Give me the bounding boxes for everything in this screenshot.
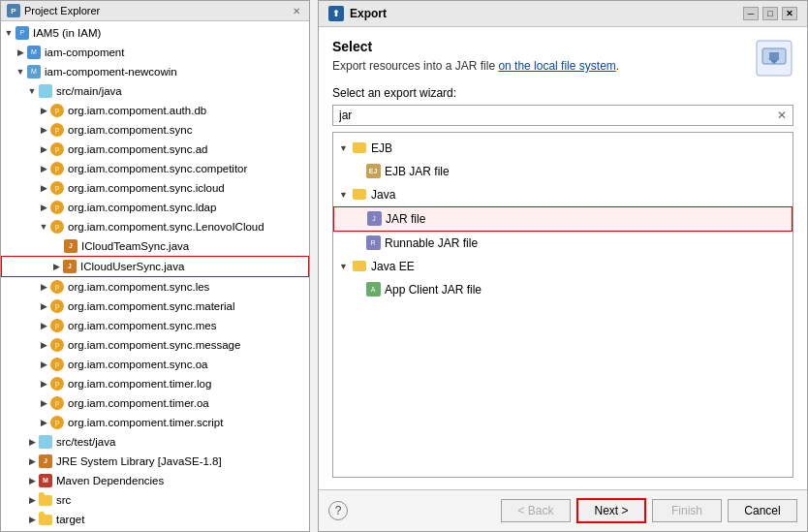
tree-item-sync-oa[interactable]: ▶ p org.iam.compoment.sync.oa: [1, 355, 309, 374]
icon-app-client-jar: A: [364, 282, 382, 297]
arrow-src-main: ▼: [26, 85, 38, 97]
icon-runnable-jar: R: [364, 235, 382, 251]
icon-iam-newcowin: M: [26, 64, 42, 79]
tree-item-sync-les[interactable]: ▶ p org.iam.compoment.sync.les: [1, 277, 309, 297]
icon-auth-db: p: [49, 103, 65, 118]
tree-item-iam-newcowin[interactable]: ▼ M iam-compoment-newcowin: [1, 62, 309, 81]
wizard-label: Select an export wizard:: [332, 86, 793, 100]
icon-sync-les: p: [49, 279, 65, 295]
tree-item-target[interactable]: ▶ target: [1, 510, 309, 529]
cancel-button[interactable]: Cancel: [728, 499, 797, 522]
tree-item-sync-mes[interactable]: ▶ p org.iam.compoment.sync.mes: [1, 316, 309, 335]
label-iam-compoment: iam-compoment: [45, 44, 124, 61]
arrow-iam-newcowin: ▼: [15, 66, 26, 78]
arrow-javaee-folder: ▼: [339, 257, 351, 276]
section-desc: Export resources into a JAR file on the …: [332, 58, 755, 75]
icon-sync-material: p: [49, 298, 65, 314]
arrow-sync-les: ▶: [38, 281, 49, 293]
wiz-item-app-client-jar[interactable]: A App Client JAR file: [333, 278, 792, 301]
search-input[interactable]: [333, 106, 771, 125]
arrow-src-folder: ▶: [26, 494, 38, 506]
finish-button[interactable]: Finish: [652, 499, 722, 522]
tree-item-src-main-java[interactable]: ▼ src/main/java: [1, 81, 309, 101]
icon-sync-ad: p: [49, 141, 65, 157]
label-ejb: EJB: [371, 139, 392, 158]
tree-item-sync-ldap[interactable]: ▶ p org.iam.compoment.sync.ldap: [1, 198, 309, 217]
wiz-item-ejb[interactable]: ▼ EJB: [333, 137, 792, 160]
dialog-titlebar: ⬆ Export ─ □ ✕: [319, 1, 807, 27]
close-button[interactable]: ✕: [782, 7, 797, 20]
project-tree: ▼ P IAM5 (in IAM) ▶ M iam-compoment ▼ M …: [1, 21, 309, 531]
icon-src-main: [38, 83, 53, 99]
wiz-item-runnable-jar[interactable]: R Runnable JAR file: [333, 232, 792, 255]
wiz-item-jar-file[interactable]: J JAR file: [333, 206, 792, 232]
tree-item-auth-db[interactable]: ▶ p org.iam.compoment.auth.db: [1, 101, 309, 120]
arrow-sync: ▶: [38, 124, 49, 136]
tree-item-sync-lenovo[interactable]: ▼ p org.iam.compoment.sync.LenovoICloud: [1, 217, 309, 236]
search-clear-button[interactable]: ✕: [771, 107, 792, 124]
minimize-button[interactable]: ─: [743, 7, 759, 20]
arrow-sync-lenovo: ▼: [38, 221, 49, 233]
label-sync-material: org.iam.compoment.sync.material: [68, 297, 235, 315]
arrow-sync-ad: ▶: [38, 143, 49, 155]
wiz-item-ejb-jar[interactable]: EJ EJB JAR file: [333, 160, 792, 183]
label-sync-icloud: org.iam.compoment.sync.icloud: [68, 179, 225, 197]
dialog-footer: ? < Back Next > Finish Cancel: [319, 489, 807, 531]
label-sync-oa: org.iam.compoment.sync.oa: [68, 356, 207, 373]
label-src-folder: src: [56, 491, 71, 509]
tree-item-sync-message[interactable]: ▶ p org.iam.compoment.sync.message: [1, 335, 309, 355]
export-icon: [755, 39, 793, 78]
label-src-test: src/test/java: [56, 433, 115, 451]
maximize-button[interactable]: □: [762, 7, 778, 20]
label-jar-file: JAR file: [386, 209, 425, 229]
dialog-title-text: Export: [350, 7, 737, 20]
project-explorer-close[interactable]: ✕: [290, 5, 303, 17]
arrow-sync-message: ▶: [38, 339, 49, 351]
tree-item-icloudteam[interactable]: J ICloudTeamSync.java: [1, 236, 309, 256]
next-button[interactable]: Next >: [576, 498, 646, 523]
tree-item-sync-material[interactable]: ▶ p org.iam.compoment.sync.material: [1, 297, 309, 316]
tree-item-iclouduser[interactable]: ▶ J ICloudUserSync.java: [1, 256, 309, 277]
icon-sync-competitor: p: [49, 161, 65, 176]
section-title: Select: [332, 39, 755, 54]
icon-timer-log: p: [49, 376, 65, 391]
label-src-main: src/main/java: [56, 82, 122, 100]
tree-item-timer-log[interactable]: ▶ p org.iam.compoment.timer.log: [1, 374, 309, 393]
dialog-body: Select Export resources into a JAR file …: [319, 27, 807, 489]
label-timer-oa: org.iam.compoment.timer.oa: [68, 394, 209, 412]
back-button[interactable]: < Back: [501, 499, 571, 522]
tree-item-iam-compoment[interactable]: ▶ M iam-compoment: [1, 43, 309, 62]
icon-target: [38, 512, 53, 527]
tree-item-sync-icloud[interactable]: ▶ p org.iam.compoment.sync.icloud: [1, 178, 309, 198]
help-button[interactable]: ?: [328, 501, 348, 520]
icon-icloudteam: J: [63, 238, 78, 254]
label-sync-ad: org.iam.compoment.sync.ad: [68, 141, 207, 158]
tree-item-timer-script[interactable]: ▶ p org.iam.compoment.timer.script: [1, 413, 309, 432]
tree-item-iam5[interactable]: ▼ P IAM5 (in IAM): [1, 23, 309, 43]
icon-timer-script: p: [49, 415, 65, 430]
icon-sync-oa: p: [49, 357, 65, 372]
tree-item-jre-lib[interactable]: ▶ J JRE System Library [JavaSE-1.8]: [1, 452, 309, 471]
icon-java-folder: [351, 187, 368, 203]
wiz-item-javaee-folder[interactable]: ▼ Java EE: [333, 255, 792, 278]
arrow-sync-mes: ▶: [38, 320, 49, 331]
tree-item-sync[interactable]: ▶ p org.iam.compoment.sync: [1, 120, 309, 140]
tree-item-src-folder[interactable]: ▶ src: [1, 490, 309, 510]
icon-maven-deps: M: [38, 473, 53, 488]
arrow-sync-oa: ▶: [38, 359, 49, 370]
wiz-item-java-folder[interactable]: ▼ Java: [333, 183, 792, 206]
label-icloudteam: ICloudTeamSync.java: [81, 237, 189, 255]
arrow-sync-material: ▶: [38, 300, 49, 312]
label-target: target: [56, 511, 84, 528]
tree-item-sync-competitor[interactable]: ▶ p org.iam.compoment.sync.competitor: [1, 159, 309, 178]
tree-item-timer-oa[interactable]: ▶ p org.iam.compoment.timer.oa: [1, 393, 309, 413]
icon-iam-compoment: M: [26, 45, 42, 60]
arrow-java-folder: ▼: [339, 185, 351, 204]
tree-item-src-test[interactable]: ▶ src/test/java: [1, 432, 309, 452]
tree-item-maven-deps[interactable]: ▶ M Maven Dependencies: [1, 471, 309, 490]
tree-item-sync-ad[interactable]: ▶ p org.iam.compoment.sync.ad: [1, 140, 309, 159]
arrow-ejb: ▼: [339, 139, 351, 158]
local-filesystem-link[interactable]: on the local file system: [498, 59, 615, 73]
label-sync-lenovo: org.iam.compoment.sync.LenovoICloud: [68, 218, 264, 235]
label-iam5: IAM5 (in IAM): [33, 24, 101, 42]
